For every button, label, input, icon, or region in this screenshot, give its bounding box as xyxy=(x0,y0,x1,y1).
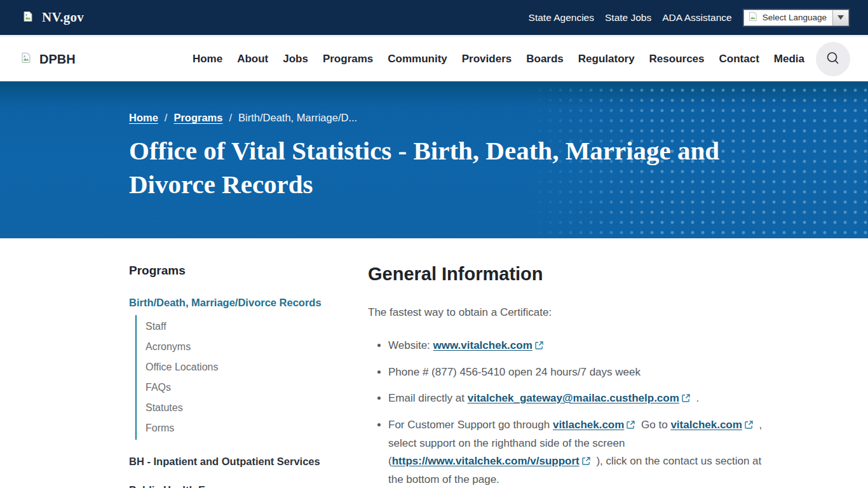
language-selector-main: Select Language xyxy=(744,10,832,25)
nvgov-brand-text: NV.gov xyxy=(42,10,84,25)
nav-items: HomeAboutJobsProgramsCommunityProvidersB… xyxy=(193,53,804,65)
search-button[interactable] xyxy=(816,42,850,76)
language-selector[interactable]: Select Language xyxy=(743,10,849,26)
topbar-link-ada-assistance[interactable]: ADA Assistance xyxy=(662,12,731,24)
nav-link-media[interactable]: Media xyxy=(774,53,804,65)
sidebar-item-public-health-emergency-preparedness[interactable]: Public Health Emergency Preparedness... xyxy=(129,484,327,488)
nav-link-about[interactable]: About xyxy=(237,53,268,65)
topbar-links: State AgenciesState JobsADA Assistance xyxy=(518,12,732,24)
nvgov-logo-link[interactable]: NV.gov xyxy=(22,10,84,25)
bullet-item: Email directly at vitalchek_gateway@mail… xyxy=(388,390,775,408)
external-link-icon xyxy=(745,417,753,435)
breadcrumb-separator: / xyxy=(229,112,232,124)
broken-image-icon xyxy=(22,11,34,25)
page-title: Office of Vital Statistics - Birth, Deat… xyxy=(129,134,758,202)
sidebar-item-bh-inpatient-and-outpatient-services[interactable]: BH - Inpatient and Outpatient Services xyxy=(129,455,327,468)
sidebar-sub-list: StaffAcronymsOffice LocationsFAQsStatute… xyxy=(135,315,327,440)
external-link-icon xyxy=(582,453,590,471)
topbar: NV.gov State AgenciesState JobsADA Assis… xyxy=(0,0,868,35)
sidebar: Programs Birth/Death, Marriage/Divorce R… xyxy=(129,264,327,488)
nav-link-boards[interactable]: Boards xyxy=(526,53,564,65)
main-content: General Information The fastest way to o… xyxy=(368,264,775,488)
nav-link-community[interactable]: Community xyxy=(388,53,447,65)
sidebar-link-staff[interactable]: Staff xyxy=(137,316,327,337)
section-heading: General Information xyxy=(368,264,775,285)
sidebar-link-office-locations[interactable]: Office Locations xyxy=(137,357,327,377)
language-selector-label: Select Language xyxy=(763,13,827,22)
breadcrumb-link-home[interactable]: Home xyxy=(129,112,158,124)
body-link[interactable]: www.vitalchek.com xyxy=(433,339,532,351)
nav-link-providers[interactable]: Providers xyxy=(462,53,512,65)
external-link-icon xyxy=(535,337,543,355)
broken-image-icon xyxy=(20,52,32,66)
sidebar-heading: Programs xyxy=(129,264,327,278)
sidebar-sub-item: FAQs xyxy=(137,377,327,398)
sidebar-sub-item: Forms xyxy=(137,418,327,438)
sidebar-sub-item: Acronyms xyxy=(137,337,327,357)
hero-banner: Home/Programs/Birth/Death, Marriage/D...… xyxy=(0,81,868,238)
topbar-link-state-jobs[interactable]: State Jobs xyxy=(605,12,651,24)
external-link-icon xyxy=(627,417,635,435)
external-link-icon xyxy=(682,390,690,408)
dpbh-logo-link[interactable]: DPBH xyxy=(20,52,76,67)
sidebar-sub-item: Statutes xyxy=(137,398,327,418)
body-link[interactable]: vitlachek.com xyxy=(553,419,624,431)
broken-image-icon xyxy=(748,11,758,24)
sidebar-item-birth-death-records[interactable]: Birth/Death, Marriage/Divorce Records xyxy=(129,297,327,309)
bullet-text: . xyxy=(693,392,699,404)
nav-link-regulatory[interactable]: Regulatory xyxy=(578,53,635,65)
content-area: Programs Birth/Death, Marriage/Divorce R… xyxy=(0,238,868,488)
bullet-text: For Customer Support go through xyxy=(388,419,553,431)
sidebar-link-forms[interactable]: Forms xyxy=(137,418,327,438)
bullet-text: Go to xyxy=(638,419,670,431)
sidebar-sub-item: Office Locations xyxy=(137,357,327,377)
sidebar-other-list: BH - Inpatient and Outpatient ServicesPu… xyxy=(129,455,327,488)
info-bullet-list: Website: www.vitalchek.comPhone # (877) … xyxy=(368,337,775,488)
sidebar-link-acronyms[interactable]: Acronyms xyxy=(137,337,327,357)
breadcrumb-current: Birth/Death, Marriage/D... xyxy=(238,112,357,124)
dpbh-brand-text: DPBH xyxy=(39,52,76,67)
nav-link-home[interactable]: Home xyxy=(193,53,222,65)
nav-link-resources[interactable]: Resources xyxy=(649,53,705,65)
breadcrumb-separator: / xyxy=(165,112,168,124)
topbar-link-state-agencies[interactable]: State Agencies xyxy=(529,12,594,24)
sidebar-link-statutes[interactable]: Statutes xyxy=(137,398,327,418)
search-icon xyxy=(825,51,841,68)
bullet-text: Phone # (877) 456-5410 open 24 hours/7 d… xyxy=(388,366,641,378)
intro-text: The fastest way to obtain a Certificate: xyxy=(368,306,775,319)
bullet-item: Website: www.vitalchek.com xyxy=(388,337,775,355)
sidebar-link-faqs[interactable]: FAQs xyxy=(137,377,327,398)
bullet-text: Website: xyxy=(388,339,433,351)
body-link[interactable]: vitalchek.com xyxy=(670,419,742,431)
body-link[interactable]: https://www.vitalchek.com/v/support xyxy=(392,455,580,467)
nav-link-programs[interactable]: Programs xyxy=(323,53,373,65)
body-link[interactable]: vitalchek_gateway@mailac.custhelp.com xyxy=(468,392,679,404)
bullet-item: Phone # (877) 456-5410 open 24 hours/7 d… xyxy=(388,363,775,381)
sidebar-sub-item: Staff xyxy=(137,316,327,337)
nav-link-contact[interactable]: Contact xyxy=(719,53,759,65)
breadcrumb: Home/Programs/Birth/Death, Marriage/D... xyxy=(129,112,773,124)
bullet-item: For Customer Support go through vitlache… xyxy=(388,416,775,488)
main-nav: DPBH HomeAboutJobsProgramsCommunityProvi… xyxy=(0,35,868,81)
language-dropdown-arrow-icon[interactable] xyxy=(832,10,848,25)
bullet-text: Email directly at xyxy=(388,392,468,404)
nav-link-jobs[interactable]: Jobs xyxy=(283,53,308,65)
breadcrumb-link-programs[interactable]: Programs xyxy=(173,112,222,124)
